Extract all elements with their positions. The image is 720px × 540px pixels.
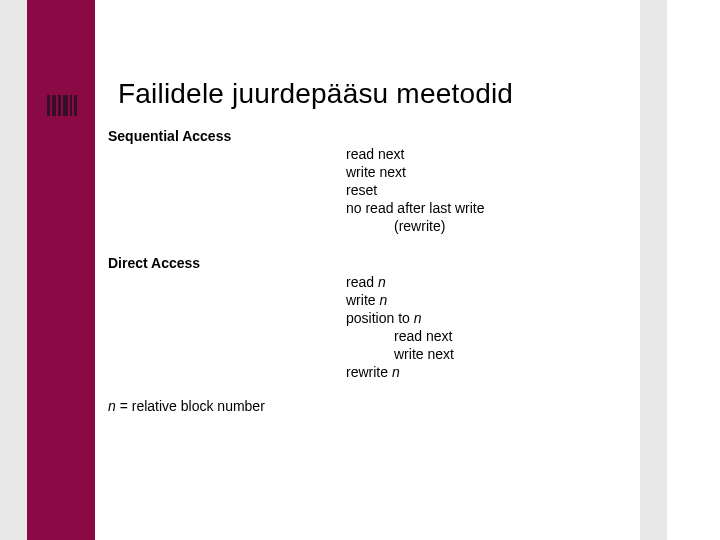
decor-band-left xyxy=(0,0,27,540)
slide: Failidele juurdepääsu meetodid Sequentia… xyxy=(0,0,720,540)
barcode-icon xyxy=(47,95,77,116)
footnote: n = relative block number xyxy=(108,398,265,414)
sequential-list: read next write next reset no read after… xyxy=(346,145,485,235)
list-item: write next xyxy=(346,163,485,181)
direct-list: read n write n position to n read next w… xyxy=(346,273,454,381)
list-item: (rewrite) xyxy=(346,217,485,235)
list-item: position to n xyxy=(346,309,454,327)
decor-sidebar xyxy=(27,0,95,540)
list-item: write n xyxy=(346,291,454,309)
list-item: rewrite n xyxy=(346,363,454,381)
slide-title: Failidele juurdepääsu meetodid xyxy=(118,78,513,110)
list-item: write next xyxy=(346,345,454,363)
list-item: reset xyxy=(346,181,485,199)
heading-direct: Direct Access xyxy=(108,255,200,271)
list-item: read next xyxy=(346,145,485,163)
heading-sequential: Sequential Access xyxy=(108,128,231,144)
list-item: no read after last write xyxy=(346,199,485,217)
list-item: read next xyxy=(346,327,454,345)
list-item: read n xyxy=(346,273,454,291)
decor-band-right xyxy=(640,0,667,540)
